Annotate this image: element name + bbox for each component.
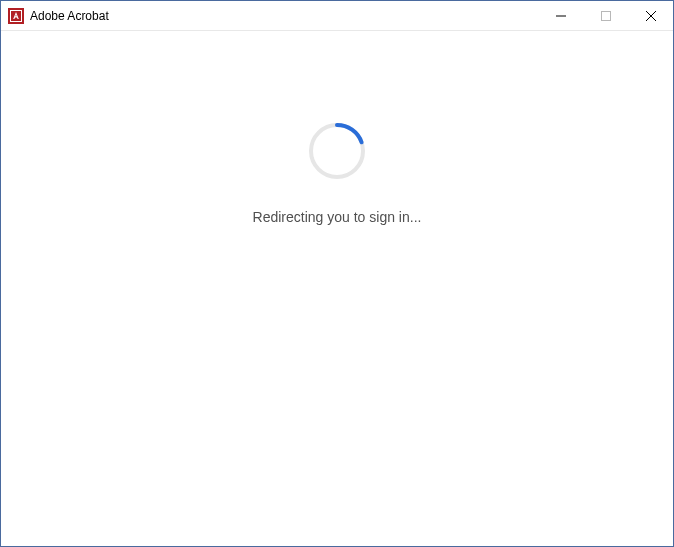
maximize-button[interactable] bbox=[583, 1, 628, 30]
loading-spinner-icon bbox=[307, 121, 367, 181]
titlebar: Adobe Acrobat bbox=[1, 1, 673, 31]
app-title: Adobe Acrobat bbox=[30, 9, 109, 23]
status-text: Redirecting you to sign in... bbox=[253, 209, 422, 225]
minimize-button[interactable] bbox=[538, 1, 583, 30]
close-button[interactable] bbox=[628, 1, 673, 30]
window-controls bbox=[538, 1, 673, 30]
svg-rect-4 bbox=[601, 11, 610, 20]
content-area: Redirecting you to sign in... bbox=[1, 31, 673, 546]
app-window: Adobe Acrobat bbox=[0, 0, 674, 547]
acrobat-icon bbox=[8, 8, 24, 24]
